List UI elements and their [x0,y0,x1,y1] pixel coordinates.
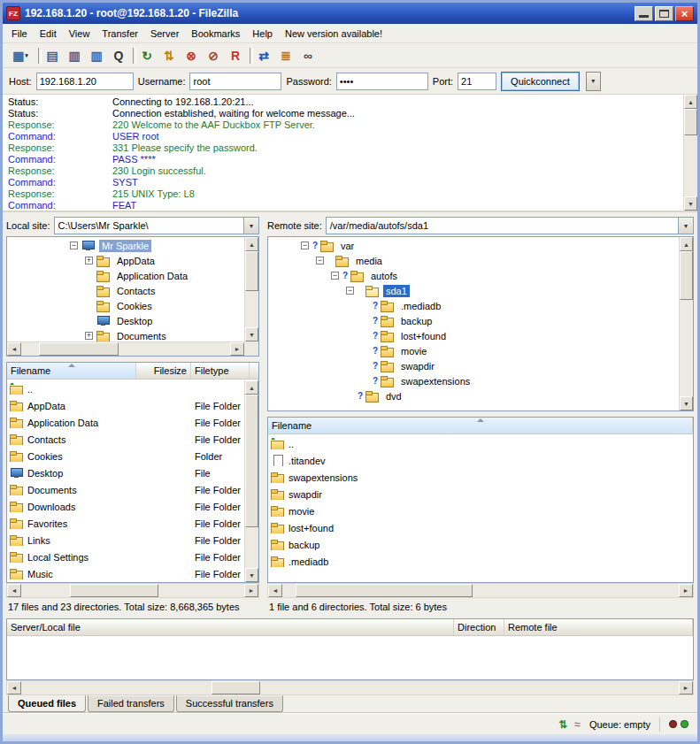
remote-tree-item[interactable]: ? backup [268,313,679,328]
remote-tree-item[interactable]: ? swapdir [268,358,679,373]
swapdir[interactable]: swapdir [268,486,693,502]
queue-tab[interactable]: Failed transfers [88,695,174,712]
scrollbar-thumb[interactable] [684,109,697,135]
column-header-direction[interactable]: Direction [454,619,504,635]
find-files[interactable]: ∞ ▾ [297,45,319,65]
menu-item[interactable]: Edit [34,26,63,42]
local-tree-item[interactable]: Contacts [7,283,244,298]
local-list-horizontal-scrollbar[interactable] [6,583,259,598]
column-header-filesize[interactable]: Filesize [136,363,191,379]
tree-expander-icon[interactable]: − [331,272,339,280]
Downloads[interactable]: Downloads File Folder [7,498,244,515]
column-header-filetype[interactable]: Filetype [191,363,250,379]
process-queue[interactable]: ⇅ ▾ [158,45,180,65]
Application Data[interactable]: Application Data File Folder [7,414,244,431]
synchronized-browsing[interactable]: ⇄ ▾ [253,45,274,65]
scroll-left-button[interactable] [7,342,21,356]
movie[interactable]: movie [268,502,693,519]
..[interactable]: .. [268,435,693,452]
local-tree-toggle[interactable]: ▥ ▾ [64,45,85,65]
close-button[interactable] [675,6,694,21]
local-tree-item[interactable]: Cookies [7,298,244,313]
tree-expander-icon[interactable]: + [85,257,93,265]
tree-expander-icon[interactable]: − [70,242,78,249]
..[interactable]: .. [7,380,244,397]
remote-site-combo[interactable]: /var/media/autofs/sda1 [326,217,694,234]
scroll-up-button[interactable] [680,237,693,251]
Documents[interactable]: Documents File Folder [7,481,244,498]
tree-expander-icon[interactable]: + [85,332,93,340]
swapextensions[interactable]: swapextensions [268,469,693,486]
tree-expander-icon[interactable]: − [346,287,354,295]
queue-horizontal-scrollbar[interactable] [6,680,694,695]
remote-tree-item[interactable]: ? lost+found [268,328,679,343]
cancel[interactable]: ⊗ ▾ [181,45,202,65]
local-tree-horizontal-scrollbar[interactable] [7,341,244,356]
refresh[interactable]: ↻ ▾ [136,45,158,65]
lost+found[interactable]: lost+found [268,519,693,536]
username-input[interactable] [189,73,281,90]
quickconnect-button[interactable]: Quickconnect [501,72,580,91]
remote-tree-item[interactable]: − media [268,253,679,268]
local-tree-item[interactable]: Desktop [7,313,244,328]
scrollbar-thumb[interactable] [245,395,258,527]
.mediadb[interactable]: .mediadb [268,553,693,570]
site-manager[interactable]: ▦ ▾ [6,45,35,65]
remote-tree-item[interactable]: ? movie [268,343,679,358]
column-header-filename[interactable]: Filename [7,363,136,379]
log-vertical-scrollbar[interactable] [683,95,697,211]
menu-item[interactable]: Transfer [96,26,144,42]
scroll-up-button[interactable] [245,237,258,251]
local-tree-item[interactable]: − Mr Sparkle [7,238,244,253]
maximize-button[interactable] [655,6,673,21]
queue-tab[interactable]: Successful transfers [176,695,283,712]
remote-tree-item[interactable]: ? .mediadb [268,298,679,313]
.titandev[interactable]: .titandev [268,452,693,469]
quickconnect-dropdown-button[interactable] [586,72,601,91]
backup[interactable]: backup [268,536,693,553]
minimize-button[interactable] [635,6,653,21]
scrollbar-thumb[interactable] [70,584,158,597]
local-tree-item[interactable]: Application Data [7,268,244,283]
remote-tree-item[interactable]: − sda1 [268,283,679,298]
local-tree-item[interactable]: + Documents [7,328,244,341]
menu-item[interactable]: New version available! [279,26,388,42]
scroll-down-button[interactable] [245,327,258,341]
host-input[interactable] [36,73,134,90]
tree-expander-icon[interactable]: − [316,257,324,265]
remote-tree-toggle[interactable]: ▥ ▾ [86,45,107,65]
scroll-right-button[interactable] [679,584,693,597]
Music[interactable]: Music File Folder [7,565,244,582]
scroll-down-button[interactable] [680,396,693,410]
column-header-filename[interactable]: Filename [268,418,693,433]
scrollbar-thumb[interactable] [212,681,260,694]
speed-limits-icon[interactable]: ⇅ [558,719,567,730]
scrollbar-thumb[interactable] [245,251,258,291]
disconnect[interactable]: ⊘ ▾ [203,45,224,65]
menu-item[interactable]: View [63,26,96,42]
local-list-vertical-scrollbar[interactable] [244,380,258,582]
local-site-combo[interactable]: C:\Users\Mr Sparkle\ [54,217,259,234]
Contacts[interactable]: Contacts File Folder [7,431,244,448]
local-tree-vertical-scrollbar[interactable] [244,237,258,341]
remote-tree-item[interactable]: ? dvd [268,388,679,403]
remote-list-horizontal-scrollbar[interactable] [267,583,694,598]
remote-tree-item[interactable]: − ? autofs [268,268,679,283]
combo-dropdown-icon[interactable] [678,218,693,234]
scroll-left-button[interactable] [268,584,282,597]
column-header-remote-file[interactable]: Remote file [504,619,693,635]
scrollbar-thumb[interactable] [680,251,693,300]
port-input[interactable] [458,73,496,90]
scroll-left-button[interactable] [7,681,21,694]
scroll-right-button[interactable] [679,681,693,694]
scroll-right-button[interactable] [244,584,258,597]
scrollbar-thumb[interactable] [296,584,473,597]
menu-item[interactable]: Bookmarks [185,26,246,42]
Local Settings[interactable]: Local Settings File Folder [7,548,244,565]
scroll-up-button[interactable] [684,95,697,109]
message-log-toggle[interactable]: ▤ ▾ [42,45,63,65]
scroll-left-button[interactable] [7,584,21,597]
scrollbar-thumb[interactable] [39,342,119,356]
AppData[interactable]: AppData File Folder [7,397,244,414]
menu-item[interactable]: Server [144,26,185,42]
